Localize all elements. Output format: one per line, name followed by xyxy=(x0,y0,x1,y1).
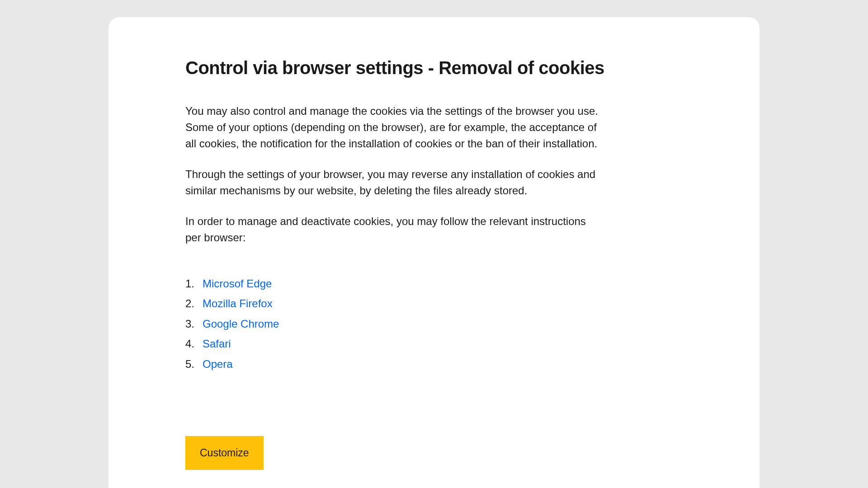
customize-button[interactable]: Customize xyxy=(185,436,264,470)
list-item: 4. Safari xyxy=(185,335,683,352)
outer-frame: Control via browser settings - Removal o… xyxy=(95,4,773,488)
browser-link-safari[interactable]: Safari xyxy=(203,335,231,352)
content-card: Control via browser settings - Removal o… xyxy=(108,17,760,488)
list-number: 5. xyxy=(185,356,203,373)
list-item: 5. Opera xyxy=(185,356,683,373)
intro-paragraph-3: In order to manage and deactivate cookie… xyxy=(185,213,601,246)
browser-list: 1. Microsof Edge 2. Mozilla Firefox 3. G… xyxy=(185,275,683,373)
list-item: 1. Microsof Edge xyxy=(185,275,683,292)
list-number: 3. xyxy=(185,315,203,333)
list-number: 4. xyxy=(185,335,203,352)
browser-link-opera[interactable]: Opera xyxy=(203,356,233,373)
intro-paragraph-2: Through the settings of your browser, yo… xyxy=(185,166,601,199)
intro-paragraph-1: You may also control and manage the cook… xyxy=(185,103,601,152)
browser-link-firefox[interactable]: Mozilla Firefox xyxy=(203,295,273,312)
page-heading: Control via browser settings - Removal o… xyxy=(185,58,683,78)
list-number: 1. xyxy=(185,275,203,292)
browser-link-chrome[interactable]: Google Chrome xyxy=(203,315,279,333)
list-number: 2. xyxy=(185,295,203,312)
list-item: 3. Google Chrome xyxy=(185,315,683,333)
browser-link-edge[interactable]: Microsof Edge xyxy=(203,275,272,292)
list-item: 2. Mozilla Firefox xyxy=(185,295,683,312)
